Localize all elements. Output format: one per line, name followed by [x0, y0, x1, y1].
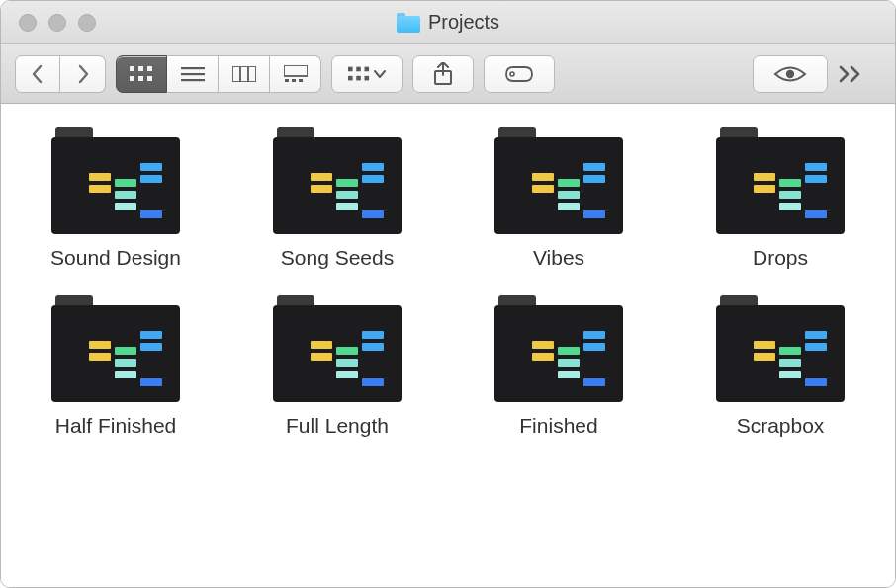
window-title: Projects: [428, 11, 499, 34]
svg-rect-20: [356, 75, 361, 80]
folder-icon: [273, 127, 402, 234]
svg-rect-12: [284, 65, 308, 76]
close-window-button[interactable]: [19, 14, 37, 32]
share-button[interactable]: [412, 55, 474, 93]
svg-rect-15: [299, 79, 303, 82]
folder-label: Sound Design: [50, 246, 181, 270]
folder-icon: [51, 295, 180, 402]
window-title-wrap: Projects: [397, 11, 499, 34]
column-view-button[interactable]: [219, 55, 270, 93]
grid-icon: [130, 66, 153, 82]
folder-item[interactable]: Drops: [699, 127, 861, 270]
icon-view-button[interactable]: [116, 55, 167, 93]
gallery-view-button[interactable]: [270, 55, 321, 93]
chevron-down-icon: [374, 69, 386, 79]
folder-label: Half Finished: [55, 414, 177, 438]
folder-item[interactable]: Full Length: [256, 295, 418, 438]
forward-button[interactable]: [60, 55, 106, 93]
finder-window: Projects: [0, 0, 896, 588]
grid-icon: [348, 66, 370, 82]
folder-icon: [397, 13, 420, 33]
chevron-left-icon: [31, 64, 45, 84]
tag-icon: [504, 65, 534, 83]
traffic-lights: [19, 14, 96, 32]
folder-item[interactable]: Sound Design: [35, 127, 197, 270]
folder-item[interactable]: Finished: [478, 295, 640, 438]
svg-point-24: [786, 69, 794, 77]
folder-item[interactable]: Song Seeds: [256, 127, 418, 270]
share-icon: [433, 62, 453, 86]
folder-icon: [494, 295, 623, 402]
svg-rect-1: [138, 66, 143, 71]
svg-rect-8: [181, 79, 205, 81]
svg-rect-2: [147, 66, 152, 71]
toolbar: [1, 44, 895, 104]
chevron-right-icon: [76, 64, 90, 84]
gallery-icon: [284, 65, 308, 83]
view-mode-segmented: [116, 55, 321, 93]
svg-rect-9: [232, 66, 256, 82]
back-button[interactable]: [15, 55, 60, 93]
columns-icon: [232, 66, 256, 82]
nav-button-group: [15, 55, 106, 93]
svg-rect-3: [130, 76, 134, 81]
svg-rect-14: [292, 79, 296, 82]
folder-item[interactable]: Scrapbox: [699, 295, 861, 438]
folder-label: Finished: [519, 414, 597, 438]
svg-rect-6: [181, 67, 205, 69]
double-chevron-right-icon: [838, 64, 863, 84]
svg-rect-16: [348, 66, 353, 71]
folder-label: Vibes: [533, 246, 584, 270]
icon-grid: Sound Design Song Seeds Vibes: [35, 127, 861, 438]
folder-icon: [494, 127, 623, 234]
folder-label: Song Seeds: [281, 246, 394, 270]
folder-icon: [51, 127, 180, 234]
folder-item[interactable]: Vibes: [478, 127, 640, 270]
svg-rect-4: [138, 76, 143, 81]
arrange-button[interactable]: [331, 55, 403, 93]
minimize-window-button[interactable]: [48, 14, 66, 32]
svg-rect-7: [181, 73, 205, 75]
svg-rect-5: [147, 76, 152, 81]
folder-label: Drops: [753, 246, 808, 270]
folder-label: Full Length: [286, 414, 389, 438]
titlebar: Projects: [1, 1, 895, 44]
svg-rect-13: [285, 79, 289, 82]
tags-button[interactable]: [484, 55, 555, 93]
folder-icon: [716, 127, 845, 234]
folder-item[interactable]: Half Finished: [35, 295, 197, 438]
list-icon: [181, 66, 205, 82]
finder-content: Sound Design Song Seeds Vibes: [1, 104, 895, 587]
svg-rect-19: [348, 75, 353, 80]
zoom-window-button[interactable]: [78, 14, 96, 32]
svg-rect-0: [130, 66, 134, 71]
svg-point-23: [510, 72, 514, 76]
list-view-button[interactable]: [167, 55, 219, 93]
folder-icon: [716, 295, 845, 402]
quicklook-button[interactable]: [753, 55, 828, 93]
toolbar-overflow-button[interactable]: [838, 64, 881, 84]
svg-rect-18: [365, 66, 370, 71]
svg-rect-21: [365, 75, 370, 80]
folder-label: Scrapbox: [737, 414, 825, 438]
folder-icon: [273, 295, 402, 402]
svg-rect-17: [356, 66, 361, 71]
eye-icon: [773, 64, 807, 84]
